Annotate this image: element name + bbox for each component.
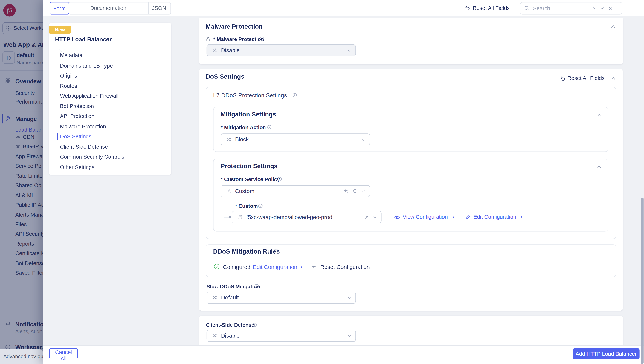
info-icon[interactable] (267, 125, 272, 130)
rules-edit-configuration-link[interactable]: Edit Configuration (253, 264, 297, 270)
oneof-branch-icon (212, 333, 218, 338)
csd-value: Disable (221, 332, 347, 339)
edit-configuration-link[interactable]: Edit Configuration (474, 214, 516, 220)
tab-documentation[interactable]: Documentation (68, 2, 148, 14)
reset-icon (311, 264, 317, 270)
form-nav-item-bot-protection[interactable]: Bot Protection (60, 103, 94, 109)
custom-service-policy-label: * Custom Service Policy (220, 176, 280, 182)
csd-label: Client-Side Defense (206, 322, 254, 328)
mitigation-settings-title: Mitigation Settings (220, 111, 276, 118)
panel-scrollbar[interactable] (641, 198, 644, 364)
malware-protection-select[interactable]: Disable (206, 44, 356, 56)
tab-json[interactable]: JSON (148, 2, 170, 14)
search-close-icon[interactable] (608, 6, 612, 11)
cancel-all-button[interactable]: Cancel All (49, 348, 78, 359)
mitigation-action-label: * Mitigation Action (220, 125, 266, 131)
custom-child-label: * Custom (235, 203, 258, 209)
view-eye-icon (394, 214, 400, 220)
form-nav-item-api-protection[interactable]: API Protection (60, 113, 94, 119)
malware-section-title: Malware Protection (206, 23, 262, 30)
chevron-right-icon (299, 265, 304, 269)
chevron-down-icon (372, 215, 378, 220)
slow-ddos-label: Slow DDoS Mitigation (206, 284, 260, 289)
chevron-down-icon (347, 295, 352, 300)
l7-ddos-title: L7 DDoS Protection Settings (213, 92, 287, 99)
lock-icon (206, 37, 211, 42)
collapse-chevron-icon[interactable] (610, 76, 616, 81)
oneof-branch-icon (226, 137, 232, 142)
form-nav-item-waf[interactable]: Web Application Firewall (60, 93, 118, 99)
new-badge: New (49, 26, 71, 34)
form-nav-item-other-settings[interactable]: Other Settings (60, 164, 94, 170)
info-icon[interactable] (274, 248, 278, 253)
form-title: HTTP Load Balancer (55, 36, 112, 43)
footer-bar (43, 345, 644, 364)
chevron-down-icon (347, 48, 352, 53)
search-prev-icon[interactable] (592, 6, 596, 11)
chevron-down-icon (361, 137, 366, 142)
csd-select[interactable]: Disable (206, 330, 356, 342)
form-nav-item-metadata[interactable]: Metadata (60, 52, 82, 59)
form-nav-item-csd[interactable]: Client-Side Defense (60, 144, 108, 150)
slow-ddos-value: Default (221, 294, 347, 301)
view-configuration-link[interactable]: View Configuration (403, 214, 448, 220)
oneof-branch-icon (226, 188, 232, 194)
mitigation-action-value: Block (235, 136, 361, 143)
malware-field-label: * Malware Protection (213, 37, 264, 42)
info-icon[interactable] (252, 322, 257, 327)
search-divider (588, 5, 588, 12)
custom-service-policy-value: Custom (235, 188, 344, 194)
add-http-lb-button[interactable]: Add HTTP Load Balancer (573, 348, 640, 359)
form-nav-item-domains[interactable]: Domains and LB Type (60, 63, 113, 69)
info-icon[interactable] (260, 37, 264, 42)
search-next-icon[interactable] (600, 6, 605, 11)
form-nav-active-bar (57, 133, 58, 140)
form-nav-item-common-security[interactable]: Common Security Controls (60, 154, 124, 160)
policy-document-icon (237, 214, 243, 220)
protection-settings-title: Protection Settings (220, 162, 278, 169)
form-nav-item-dos-settings[interactable]: DoS Settings (60, 133, 92, 140)
slow-ddos-select[interactable]: Default (206, 291, 356, 303)
advanced-nav-strip[interactable]: Advanced nav options (0, 349, 43, 364)
chevron-down-icon (347, 333, 352, 338)
collapse-chevron-icon[interactable] (596, 164, 602, 170)
oneof-branch-icon (212, 295, 218, 300)
oneof-branch-icon (212, 48, 218, 53)
chevron-down-icon (361, 189, 366, 194)
chevron-right-icon (519, 215, 524, 219)
child-field-connector-dot (229, 216, 231, 218)
configured-check-icon (214, 263, 220, 270)
reset-all-fields-button[interactable]: Reset All Fields (472, 5, 510, 11)
redo-refresh-icon[interactable] (352, 188, 358, 194)
info-icon[interactable] (277, 176, 282, 181)
form-nav-item-routes[interactable]: Routes (60, 83, 77, 89)
form-nav-item-malware[interactable]: Malware Protection (60, 123, 106, 130)
search-box[interactable] (520, 2, 622, 15)
custom-policy-ref-value: f5xc-waap-demo/allowed-geo-prod (246, 214, 365, 220)
reset-icon (464, 5, 470, 11)
custom-policy-ref-select[interactable]: f5xc-waap-demo/allowed-geo-prod (232, 211, 382, 223)
info-icon[interactable] (292, 93, 297, 98)
clear-x-icon[interactable] (365, 215, 369, 219)
collapse-chevron-icon[interactable] (596, 113, 602, 118)
configured-status: Configured (223, 264, 250, 270)
dos-section-title: DoS Settings (206, 73, 244, 80)
undo-icon[interactable] (344, 188, 349, 194)
collapse-chevron-icon[interactable] (610, 24, 616, 30)
info-icon[interactable] (254, 284, 259, 289)
child-field-connector (224, 196, 230, 218)
advanced-nav-label: Advanced nav options (3, 354, 43, 359)
form-nav-item-origins[interactable]: Origins (60, 73, 77, 79)
tab-form[interactable]: Form (50, 2, 69, 15)
custom-service-policy-select[interactable]: Custom (220, 185, 370, 197)
search-icon (524, 6, 530, 11)
mitigation-action-select[interactable]: Block (220, 133, 370, 145)
malware-select-value: Disable (221, 47, 347, 53)
form-nav-divider (49, 49, 172, 49)
reset-icon (560, 76, 566, 81)
search-input[interactable] (532, 5, 588, 12)
info-icon[interactable] (258, 203, 263, 208)
reset-configuration-button[interactable]: Reset Configuration (320, 264, 370, 270)
dos-reset-all-button[interactable]: Reset All Fields (568, 75, 604, 81)
ddos-mitigation-rules-title: DDoS Mitigation Rules (213, 248, 280, 255)
